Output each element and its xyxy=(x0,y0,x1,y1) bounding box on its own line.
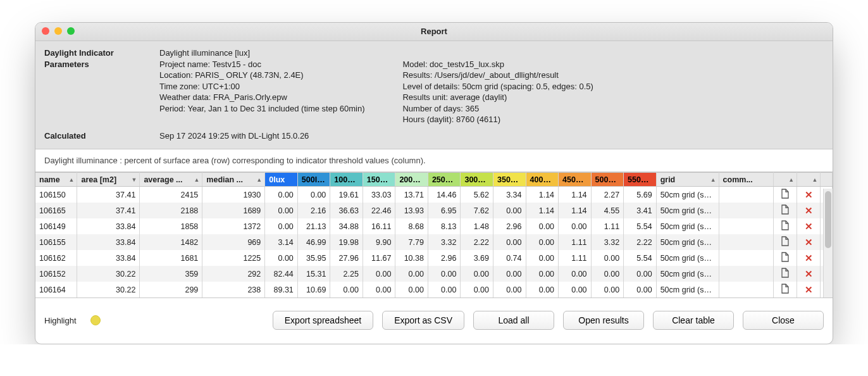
cell-lux-1: 35.95 xyxy=(297,250,330,266)
cell-lux-4: 0.00 xyxy=(395,266,428,282)
cell-lux-3: 33.03 xyxy=(363,187,395,203)
vertical-scrollbar[interactable] xyxy=(823,189,833,298)
col-grid[interactable]: grid▲ xyxy=(656,173,719,187)
row-delete-icon[interactable]: ✕ xyxy=(797,266,821,282)
row-open-icon[interactable] xyxy=(774,187,797,203)
minimize-window-icon[interactable] xyxy=(54,27,62,35)
cell-average: 1681 xyxy=(140,250,202,266)
cell-lux-3: 9.90 xyxy=(363,234,395,250)
cell-lux-9: 0.00 xyxy=(559,218,592,234)
col-lux-2[interactable]: 1000lux xyxy=(330,173,363,187)
row-delete-icon[interactable]: ✕ xyxy=(797,187,821,203)
open-results-button[interactable]: Open results xyxy=(563,311,644,330)
table-row[interactable]: 10616537.41218816890.002.1636.6322.4613.… xyxy=(35,203,833,218)
col-lux-3[interactable]: 1500lux xyxy=(363,173,395,187)
close-button[interactable]: Close xyxy=(743,311,824,330)
col-lux-1[interactable]: 500lux xyxy=(297,173,330,187)
cell-lux-4: 10.38 xyxy=(395,250,428,266)
row-delete-icon[interactable]: ✕ xyxy=(797,282,821,298)
cell-lux-11: 2.22 xyxy=(624,234,657,250)
report-dialog: Report Daylight Indicator Daylight illum… xyxy=(35,22,833,344)
table-row[interactable]: 10614933.84185813720.0021.1334.8816.118.… xyxy=(35,218,833,234)
table-row[interactable]: 10616430.2229923889.3110.690.000.000.000… xyxy=(35,282,833,298)
col-lux-7[interactable]: 3500lux xyxy=(493,173,526,187)
row-open-icon[interactable] xyxy=(774,266,797,282)
cell-lux-5: 2.96 xyxy=(428,250,461,266)
col-average[interactable]: average ...▲ xyxy=(140,173,202,187)
cell-lux-6: 0.00 xyxy=(461,266,493,282)
cell-lux-11: 5.54 xyxy=(624,218,657,234)
row-open-icon[interactable] xyxy=(774,234,797,250)
cell-lux-4: 13.93 xyxy=(395,203,428,218)
cell-lux-10: 3.32 xyxy=(591,234,624,250)
table-row[interactable]: 10615533.8414829693.1446.9919.989.907.79… xyxy=(35,234,833,250)
cell-area: 33.84 xyxy=(77,218,140,234)
param-location: Location: PARIS_ ORLY (48.73N, 2.4E) xyxy=(159,70,364,81)
results-table: name▲area [m2]▼average ...▲median ...▲0l… xyxy=(35,172,833,298)
highlight-indicator-icon[interactable] xyxy=(90,315,101,325)
row-open-icon[interactable] xyxy=(774,282,797,298)
header-pane: Daylight Indicator Daylight illuminance … xyxy=(35,41,833,149)
col-area[interactable]: area [m2]▼ xyxy=(77,173,140,187)
table-row[interactable]: 10615230.2235929282.4415.312.250.000.000… xyxy=(35,266,833,282)
cell-lux-8: 1.14 xyxy=(526,203,559,218)
col-lux-11[interactable]: 5500lux xyxy=(624,173,657,187)
row-open-icon[interactable] xyxy=(774,250,797,266)
window-title: Report xyxy=(421,27,447,36)
row-open-icon[interactable] xyxy=(774,218,797,234)
clear-table-button[interactable]: Clear table xyxy=(653,311,734,330)
cell-name: 106150 xyxy=(35,187,77,203)
table-row[interactable]: 10615037.41241519300.000.0019.6133.0313.… xyxy=(35,187,833,203)
cell-grid: 50cm grid (sp... xyxy=(656,250,719,266)
table-row[interactable]: 10616233.84168112250.0035.9527.9611.6710… xyxy=(35,250,833,266)
cell-area: 37.41 xyxy=(77,187,140,203)
col-lux-6[interactable]: 3000lux xyxy=(461,173,493,187)
sort-icon: ▲ xyxy=(256,177,262,183)
row-delete-icon[interactable]: ✕ xyxy=(797,218,821,234)
zoom-window-icon[interactable] xyxy=(67,27,75,35)
col-lux-8[interactable]: 4000lux xyxy=(526,173,559,187)
param-days: Number of days: 365 xyxy=(402,103,593,115)
load-all-button[interactable]: Load all xyxy=(473,311,554,330)
cell-lux-6: 7.62 xyxy=(461,203,493,218)
row-delete-icon[interactable]: ✕ xyxy=(797,234,821,250)
col-lux-0[interactable]: 0lux xyxy=(265,173,298,187)
cell-lux-9: 0.00 xyxy=(559,282,592,298)
cell-median: 292 xyxy=(202,266,265,282)
cell-lux-10: 2.27 xyxy=(591,187,624,203)
cell-lux-0: 89.31 xyxy=(265,282,298,298)
col-name[interactable]: name▲ xyxy=(35,173,77,187)
cell-lux-2: 34.88 xyxy=(330,218,363,234)
cell-lux-6: 1.48 xyxy=(461,218,493,234)
footer: Highlight Export spreadsheet Export as C… xyxy=(35,298,833,344)
param-unit: Results unit: average (daylit) xyxy=(402,92,593,103)
cell-area: 33.84 xyxy=(77,234,140,250)
cell-lux-10: 4.55 xyxy=(591,203,624,218)
row-delete-icon[interactable]: ✕ xyxy=(797,250,821,266)
row-open-icon[interactable] xyxy=(774,203,797,218)
cell-lux-2: 27.96 xyxy=(330,250,363,266)
cell-lux-1: 15.31 xyxy=(297,266,330,282)
export-spreadsheet-button[interactable]: Export spreadsheet xyxy=(273,311,373,330)
col-lux-10[interactable]: 5000lux xyxy=(591,173,624,187)
scrollbar-thumb[interactable] xyxy=(825,191,831,248)
col-median[interactable]: median ...▲ xyxy=(202,173,265,187)
cell-lux-7: 2.96 xyxy=(493,218,526,234)
cell-median: 1930 xyxy=(202,187,265,203)
row-delete-icon[interactable]: ✕ xyxy=(797,203,821,218)
cell-lux-6: 5.62 xyxy=(461,187,493,203)
col-lux-4[interactable]: 2000lux xyxy=(395,173,428,187)
indicator-value: Daylight illuminance [lux] xyxy=(159,47,250,59)
cell-lux-10: 0.00 xyxy=(591,250,624,266)
param-results: Results: /Users/jd/dev/_about_dllight/re… xyxy=(402,70,593,81)
col-comm[interactable]: comm... xyxy=(719,173,774,187)
col-action-sort2[interactable]: ▲ xyxy=(797,173,821,187)
cell-lux-9: 1.11 xyxy=(559,250,592,266)
col-lux-9[interactable]: 4500lux xyxy=(559,173,592,187)
cell-name: 106152 xyxy=(35,266,77,282)
export-csv-button[interactable]: Export as CSV xyxy=(382,311,464,330)
cell-median: 969 xyxy=(202,234,265,250)
col-lux-5[interactable]: 2500lux xyxy=(428,173,461,187)
col-action-sort[interactable]: ▲ xyxy=(774,173,797,187)
close-window-icon[interactable] xyxy=(42,27,49,35)
